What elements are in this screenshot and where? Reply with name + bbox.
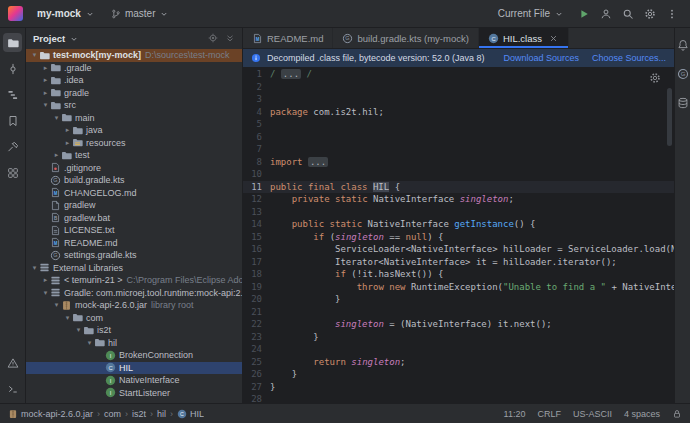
choose-sources-link[interactable]: Choose Sources... [592, 53, 666, 63]
code-line[interactable]: 3 [243, 93, 674, 106]
tree-item[interactable]: ▸test [26, 149, 242, 162]
editor-tab[interactable]: MREADME.md [243, 28, 333, 48]
tree-item[interactable]: ▾mock-api-2.6.0.jarlibrary root [26, 299, 242, 312]
line-number[interactable]: 3 [243, 93, 270, 106]
commit-tool-button[interactable] [3, 59, 22, 78]
tree-item[interactable]: ▾Gradle: com.microej.tool.runtime:mock-a… [26, 287, 242, 300]
project-panel-title[interactable]: Project [33, 33, 65, 44]
problems-tool-button[interactable] [3, 353, 22, 372]
code-line[interactable]: 28 [243, 393, 674, 403]
database-tool-button[interactable] [673, 93, 690, 112]
project-tool-button[interactable] [3, 33, 22, 52]
project-widget[interactable]: my-mock [31, 6, 101, 21]
code-line[interactable]: 23 } [243, 331, 674, 344]
line-number[interactable]: 12 [243, 193, 270, 206]
code-line[interactable]: 5 [243, 118, 674, 131]
collapse-button[interactable] [225, 33, 235, 45]
play-button[interactable] [574, 4, 594, 24]
line-number[interactable]: 4 [243, 106, 270, 119]
code-line[interactable]: 6 [243, 131, 674, 144]
line-number[interactable]: 27 [243, 381, 270, 394]
tree-item[interactable]: ▸.idea [26, 74, 242, 87]
code-line[interactable]: 10 [243, 168, 674, 181]
tree-item[interactable]: ▸gradle [26, 87, 242, 100]
line-number[interactable]: 26 [243, 368, 270, 381]
line-number[interactable]: 16 [243, 243, 270, 256]
line-number[interactable]: 10 [243, 168, 270, 181]
chevron-right-icon[interactable]: ▸ [41, 62, 50, 75]
tree-item[interactable]: .gitignore [26, 162, 242, 175]
code-editor[interactable]: 1/ ... /234package com.is2t.hil;5678impo… [243, 68, 674, 403]
indent[interactable]: 4 spaces [624, 409, 660, 419]
code-line[interactable]: 26 } [243, 368, 674, 381]
line-number[interactable]: 6 [243, 131, 270, 144]
line-number[interactable]: 25 [243, 356, 270, 369]
caret-position[interactable]: 11:20 [504, 409, 526, 419]
chevron-right-icon[interactable]: ▸ [63, 137, 72, 150]
target-button[interactable] [208, 33, 218, 45]
code-line[interactable]: 4package com.is2t.hil; [243, 106, 674, 119]
tree-item[interactable]: ▾src [26, 99, 242, 112]
build-tool-button[interactable] [3, 137, 22, 156]
breadcrumb-item[interactable]: mock-api-2.6.0.jar [8, 409, 93, 419]
chevron-right-icon[interactable]: ▸ [63, 124, 72, 137]
line-ending[interactable]: CRLF [537, 409, 561, 419]
code-line[interactable]: 22 singleton = (NativeInterface) it.next… [243, 318, 674, 331]
bookmarks-tool-button[interactable] [3, 111, 22, 130]
code-line[interactable]: 24 [243, 343, 674, 356]
line-number[interactable]: 8 [243, 156, 270, 169]
line-number[interactable]: 1 [243, 68, 270, 81]
code-line[interactable]: 18 if (!it.hasNext()) { [243, 268, 674, 281]
code-line[interactable]: 2 [243, 81, 674, 94]
folded-region[interactable]: ... [281, 69, 301, 79]
tree-item[interactable]: IStartListener [26, 387, 242, 400]
close-tab-icon[interactable] [548, 33, 559, 44]
code-line[interactable]: 25 return singleton; [243, 356, 674, 369]
line-number[interactable]: 22 [243, 318, 270, 331]
breadcrumb-item[interactable]: hil [157, 409, 166, 419]
vcs-branch-widget[interactable]: master [105, 6, 176, 21]
line-number[interactable]: 28 [243, 393, 270, 403]
tree-item[interactable]: ▾main [26, 112, 242, 125]
line-number[interactable]: 13 [243, 206, 270, 219]
code-line[interactable]: 19 throw new RuntimeException("Unable to… [243, 281, 674, 294]
tree-item[interactable]: IBrokenConnection [26, 349, 242, 362]
line-number[interactable]: 21 [243, 306, 270, 319]
code-line[interactable]: 15 if (singleton == null) { [243, 231, 674, 244]
gradle-tool-button[interactable]: G [673, 64, 690, 83]
chevron-down-icon[interactable]: ▾ [85, 337, 94, 350]
chevron-down-icon[interactable] [69, 34, 79, 44]
tree-item[interactable]: ▸< temurin-21 >C:\Program Files\Eclipse … [26, 274, 242, 287]
tree-item[interactable]: ▸java [26, 124, 242, 137]
services-tool-button[interactable] [3, 163, 22, 182]
chevron-down-icon[interactable]: ▾ [30, 49, 39, 62]
line-number[interactable]: 14 [243, 218, 270, 231]
code-line[interactable]: 17 Iterator<NativeInterface> it = hilLoa… [243, 256, 674, 269]
line-number[interactable]: 15 [243, 231, 270, 244]
chevron-down-icon[interactable]: ▾ [52, 299, 61, 312]
code-line[interactable]: 12 private static NativeInterface single… [243, 193, 674, 206]
structure-tool-button[interactable] [3, 85, 22, 104]
tree-item[interactable]: MREADME.md [26, 237, 242, 250]
line-number[interactable]: 24 [243, 343, 270, 356]
line-number[interactable]: 2 [243, 81, 270, 94]
code-line[interactable]: 1/ ... / [243, 68, 674, 81]
tree-item[interactable]: ▾test-mock [my-mock]D:\sources\test-mock [26, 49, 242, 62]
tree-item[interactable]: ▾com [26, 312, 242, 325]
tree-item[interactable]: ▾is2t [26, 324, 242, 337]
download-sources-link[interactable]: Download Sources [503, 53, 579, 63]
line-number[interactable]: 20 [243, 293, 270, 306]
run-configuration-widget[interactable]: Current File [492, 6, 570, 21]
lock-icon[interactable] [672, 409, 682, 419]
search-button[interactable] [618, 4, 638, 24]
editor-tab[interactable]: Gbuild.gradle.kts (my-mock) [333, 28, 478, 48]
tree-item[interactable]: Gbuild.gradle.kts [26, 174, 242, 187]
tree-item[interactable]: INativeInterface [26, 374, 242, 387]
editor-scrollbar[interactable] [667, 88, 672, 146]
line-number[interactable]: 18 [243, 268, 270, 281]
chevron-right-icon[interactable]: ▸ [52, 149, 61, 162]
tree-item[interactable]: MCHANGELOG.md [26, 187, 242, 200]
line-number[interactable]: 19 [243, 281, 270, 294]
code-line[interactable]: 13 [243, 206, 674, 219]
line-number[interactable]: 17 [243, 256, 270, 269]
